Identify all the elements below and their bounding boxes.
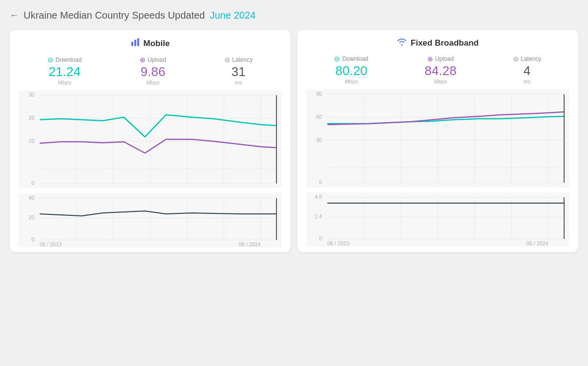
page-title-main: Ukraine Median Country Speeds Updated (24, 10, 205, 21)
svg-text:4.8: 4.8 (315, 194, 322, 200)
mobile-download-value: 21.24 (48, 65, 81, 79)
svg-text:06 / 2024: 06 / 2024 (526, 241, 548, 246)
page-header: ← Ukraine Median Country Speeds Updated … (10, 10, 578, 21)
mobile-download-metric: ⊖ Download 21.24 Mbps (48, 56, 81, 85)
broadband-download-metric: ⊖ Download 80.20 Mbps (334, 55, 368, 84)
wifi-icon (397, 38, 407, 48)
broadband-download-unit: Mbps (334, 78, 368, 84)
broadband-upload-label: Upload (435, 55, 454, 62)
panels-row: Mobile ⊖ Download 21.24 Mbps ⊕ Upload (10, 30, 578, 252)
broadband-panel-header: Fixed Broadband (306, 38, 569, 48)
mobile-download-unit: Mbps (48, 79, 81, 85)
back-button[interactable]: ← (10, 10, 19, 21)
broadband-latency-metric: ⊜ Latency 4 ms (513, 55, 541, 84)
page-title-date: June 2024 (210, 10, 255, 21)
latency-icon: ⊜ (224, 56, 230, 64)
broadband-title: Fixed Broadband (411, 38, 479, 48)
svg-text:30: 30 (28, 92, 34, 98)
broadband-latency-unit: ms (513, 78, 541, 84)
mobile-upload-label: Upload (147, 56, 166, 63)
mobile-title: Mobile (144, 39, 170, 49)
mobile-metrics: ⊖ Download 21.24 Mbps ⊕ Upload 9.86 Mbps (19, 56, 282, 85)
broadband-speed-chart: 90 60 30 0 (306, 89, 569, 187)
download-icon-bb: ⊖ (334, 55, 340, 63)
broadband-download-label: Download (342, 55, 368, 62)
svg-text:20: 20 (28, 215, 34, 220)
mobile-panel: Mobile ⊖ Download 21.24 Mbps ⊕ Upload (10, 30, 291, 252)
svg-text:40: 40 (28, 195, 34, 201)
bar-chart-icon (131, 38, 140, 49)
svg-text:90: 90 (316, 91, 322, 97)
svg-text:06 / 2023: 06 / 2023 (40, 242, 62, 247)
svg-text:06 / 2023: 06 / 2023 (327, 241, 349, 246)
mobile-speed-chart: 30 20 10 0 (19, 90, 282, 188)
svg-text:60: 60 (316, 114, 322, 120)
svg-rect-0 (131, 42, 133, 46)
broadband-download-value: 80.20 (334, 64, 368, 78)
svg-rect-1 (134, 40, 136, 46)
broadband-metrics: ⊖ Download 80.20 Mbps ⊕ Upload 84.28 Mbp… (306, 55, 569, 84)
svg-text:20: 20 (28, 115, 34, 121)
svg-text:0: 0 (31, 237, 34, 242)
svg-text:0: 0 (319, 180, 322, 185)
svg-text:30: 30 (316, 137, 322, 143)
page-container: ← Ukraine Median Country Speeds Updated … (10, 10, 578, 252)
mobile-latency-metric: ⊜ Latency 31 ms (224, 56, 253, 85)
broadband-latency-label: Latency (521, 55, 541, 62)
svg-text:0: 0 (31, 181, 34, 186)
mobile-download-label: Download (55, 56, 81, 63)
svg-text:06 / 2024: 06 / 2024 (239, 242, 261, 247)
svg-rect-2 (137, 38, 139, 46)
broadband-upload-metric: ⊕ Upload 84.28 Mbps (425, 55, 457, 84)
svg-text:2.4: 2.4 (315, 214, 322, 219)
broadband-latency-chart: 4.8 2.4 0 06 / 2023 06 / 2024 (306, 192, 569, 246)
broadband-latency-value: 4 (513, 64, 541, 78)
download-icon: ⊖ (48, 56, 53, 64)
upload-icon-bb: ⊕ (427, 55, 433, 63)
broadband-upload-value: 84.28 (425, 64, 457, 78)
mobile-latency-label: Latency (232, 56, 253, 63)
mobile-latency-value: 31 (224, 65, 253, 79)
latency-icon-bb: ⊜ (513, 55, 519, 63)
mobile-upload-unit: Mbps (140, 79, 166, 85)
mobile-latency-unit: ms (224, 79, 253, 85)
mobile-upload-value: 9.86 (140, 65, 166, 79)
svg-text:10: 10 (28, 138, 34, 144)
upload-icon: ⊕ (140, 56, 146, 64)
svg-text:0: 0 (319, 236, 322, 241)
mobile-panel-header: Mobile (19, 38, 282, 49)
broadband-upload-unit: Mbps (425, 78, 457, 84)
mobile-latency-chart: 40 20 0 06 / 2023 06 / 2024 (19, 193, 282, 247)
broadband-panel: Fixed Broadband ⊖ Download 80.20 Mbps ⊕ … (297, 30, 578, 252)
mobile-upload-metric: ⊕ Upload 9.86 Mbps (140, 56, 166, 85)
